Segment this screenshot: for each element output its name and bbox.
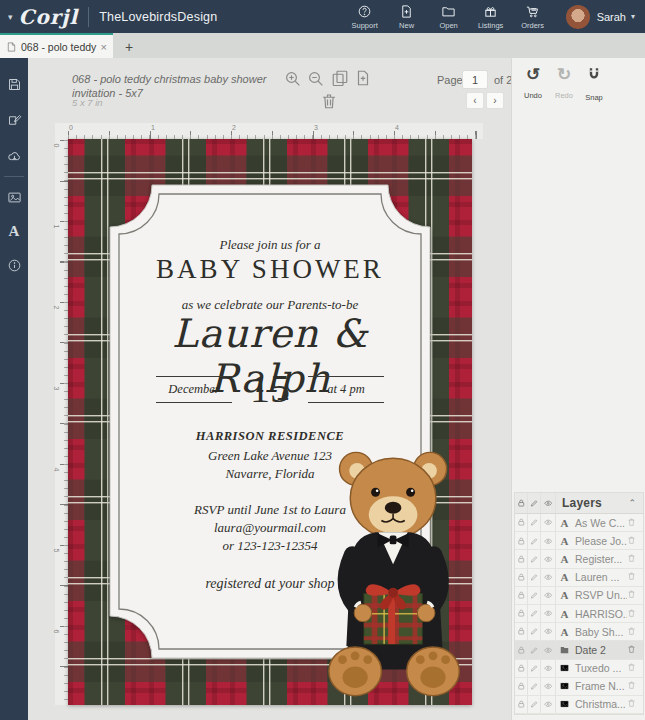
layer-row[interactable]: A Lauren ... bbox=[515, 569, 643, 587]
layer-lock-icon[interactable] bbox=[515, 605, 528, 622]
delete-page-button[interactable] bbox=[320, 92, 338, 110]
layer-lock-icon[interactable] bbox=[515, 623, 528, 640]
layer-edit-icon[interactable] bbox=[528, 696, 541, 713]
layer-row[interactable]: A Register... bbox=[515, 550, 643, 568]
nav-support[interactable]: Support bbox=[344, 4, 386, 30]
layer-visibility-icon[interactable] bbox=[541, 623, 556, 640]
layer-edit-icon[interactable] bbox=[528, 623, 541, 640]
layer-edit-icon[interactable] bbox=[528, 514, 541, 531]
layer-visibility-icon[interactable] bbox=[541, 660, 556, 677]
layer-edit-icon[interactable] bbox=[528, 660, 541, 677]
zoom-in-button[interactable] bbox=[284, 70, 302, 88]
layer-lock-icon[interactable] bbox=[515, 587, 528, 604]
undo-button[interactable]: ↺ Undo bbox=[518, 66, 548, 102]
layer-visibility-icon[interactable] bbox=[541, 587, 556, 604]
layer-delete-icon[interactable] bbox=[627, 626, 643, 638]
layer-visibility-icon[interactable] bbox=[541, 696, 556, 713]
layer-lock-icon[interactable] bbox=[515, 514, 528, 531]
duplicate-page-button[interactable] bbox=[331, 69, 349, 87]
layer-delete-icon[interactable] bbox=[627, 517, 643, 529]
layer-edit-icon[interactable] bbox=[528, 605, 541, 622]
invite-venue[interactable]: HARRISON RESIDENCE bbox=[110, 429, 430, 444]
layer-lock-icon[interactable] bbox=[515, 569, 528, 586]
layer-visibility-icon[interactable] bbox=[541, 569, 556, 586]
info-button[interactable] bbox=[0, 251, 28, 279]
layer-lock-icon[interactable] bbox=[515, 550, 528, 567]
page-total: of 2 bbox=[494, 74, 512, 86]
layer-lock-icon[interactable] bbox=[515, 532, 528, 549]
edit-all-icon[interactable] bbox=[528, 493, 541, 513]
text-layer-icon: A bbox=[561, 589, 569, 601]
layer-visibility-icon[interactable] bbox=[541, 514, 556, 531]
add-page-button[interactable] bbox=[354, 69, 372, 87]
prev-page-button[interactable]: ‹ bbox=[466, 92, 484, 109]
download-button[interactable] bbox=[0, 142, 28, 170]
layer-delete-icon[interactable] bbox=[627, 553, 643, 565]
user-menu-caret-icon[interactable]: ▾ bbox=[631, 12, 635, 21]
layer-edit-icon[interactable] bbox=[528, 678, 541, 695]
user-avatar[interactable] bbox=[566, 5, 590, 29]
invite-month[interactable]: December bbox=[156, 376, 232, 403]
layer-delete-icon[interactable] bbox=[627, 644, 643, 656]
lock-all-icon[interactable] bbox=[515, 493, 528, 513]
layer-visibility-icon[interactable] bbox=[541, 678, 556, 695]
tuxedo-teddy-bear[interactable] bbox=[323, 444, 469, 706]
page-icon bbox=[6, 41, 17, 53]
page-number-input[interactable] bbox=[462, 70, 488, 89]
layer-delete-icon[interactable] bbox=[627, 571, 643, 583]
layer-lock-icon[interactable] bbox=[515, 678, 528, 695]
layer-edit-icon[interactable] bbox=[528, 641, 541, 658]
text-tool[interactable]: A bbox=[0, 217, 28, 245]
invite-title[interactable]: BABY SHOWER bbox=[110, 254, 430, 285]
design-canvas[interactable]: Please join us for a BABY SHOWER as we c… bbox=[68, 139, 472, 705]
layer-row[interactable]: A Please Jo... bbox=[515, 532, 643, 550]
layer-edit-icon[interactable] bbox=[528, 569, 541, 586]
layer-lock-icon[interactable] bbox=[515, 660, 528, 677]
layer-edit-icon[interactable] bbox=[528, 550, 541, 567]
layer-row[interactable]: A Tuxedo ... bbox=[515, 660, 643, 678]
snap-toggle[interactable]: Snap bbox=[579, 66, 609, 104]
layer-delete-icon[interactable] bbox=[627, 698, 643, 710]
invite-intro[interactable]: Please join us for a bbox=[110, 237, 430, 253]
corjl-logo[interactable]: Corjl bbox=[19, 5, 79, 29]
layer-row[interactable]: A HARRISO... bbox=[515, 605, 643, 623]
layer-row[interactable]: A Frame N... bbox=[515, 678, 643, 696]
nav-listings[interactable]: Listings bbox=[470, 4, 512, 30]
layer-visibility-icon[interactable] bbox=[541, 532, 556, 549]
visibility-all-icon[interactable] bbox=[541, 493, 556, 513]
layer-row[interactable]: A As We C... bbox=[515, 514, 643, 532]
tab-close-icon[interactable]: × bbox=[101, 41, 107, 53]
new-tab-button[interactable]: + bbox=[125, 39, 133, 58]
layer-delete-icon[interactable] bbox=[627, 535, 643, 547]
invite-date-band[interactable]: December 15 at 4 pm bbox=[110, 369, 430, 409]
document-tab[interactable]: 068 - polo teddy c... × bbox=[0, 33, 113, 58]
layer-visibility-icon[interactable] bbox=[541, 641, 556, 658]
nav-new[interactable]: New bbox=[386, 4, 428, 30]
save-as-button[interactable] bbox=[0, 106, 28, 134]
layer-delete-icon[interactable] bbox=[627, 589, 643, 601]
layer-edit-icon[interactable] bbox=[528, 587, 541, 604]
layer-visibility-icon[interactable] bbox=[541, 605, 556, 622]
layer-row[interactable]: A Baby Sh... bbox=[515, 623, 643, 641]
invite-time[interactable]: at 4 pm bbox=[308, 376, 384, 403]
nav-orders[interactable]: Orders bbox=[512, 4, 554, 30]
images-tool[interactable] bbox=[0, 183, 28, 211]
redo-button[interactable]: ↻ Redo bbox=[549, 66, 579, 102]
layer-row[interactable]: A Christma... bbox=[515, 696, 643, 714]
invite-day[interactable]: 15 bbox=[246, 369, 294, 409]
next-page-button[interactable]: › bbox=[486, 92, 504, 109]
save-button[interactable] bbox=[0, 70, 28, 98]
nav-open[interactable]: Open bbox=[428, 4, 470, 30]
zoom-out-button[interactable] bbox=[307, 70, 325, 88]
header-menu-caret-icon[interactable]: ▾ bbox=[8, 12, 13, 22]
layer-lock-icon[interactable] bbox=[515, 696, 528, 713]
layer-delete-icon[interactable] bbox=[627, 662, 643, 674]
layer-lock-icon[interactable] bbox=[515, 641, 528, 658]
layer-row[interactable]: A RSVP Un... bbox=[515, 587, 643, 605]
layer-edit-icon[interactable] bbox=[528, 532, 541, 549]
layer-delete-icon[interactable] bbox=[627, 680, 643, 692]
layer-visibility-icon[interactable] bbox=[541, 550, 556, 567]
layer-delete-icon[interactable] bbox=[627, 608, 643, 620]
layer-row[interactable]: A Date 2 bbox=[515, 641, 643, 659]
collapse-layers-icon[interactable]: ⌃ bbox=[628, 498, 643, 508]
